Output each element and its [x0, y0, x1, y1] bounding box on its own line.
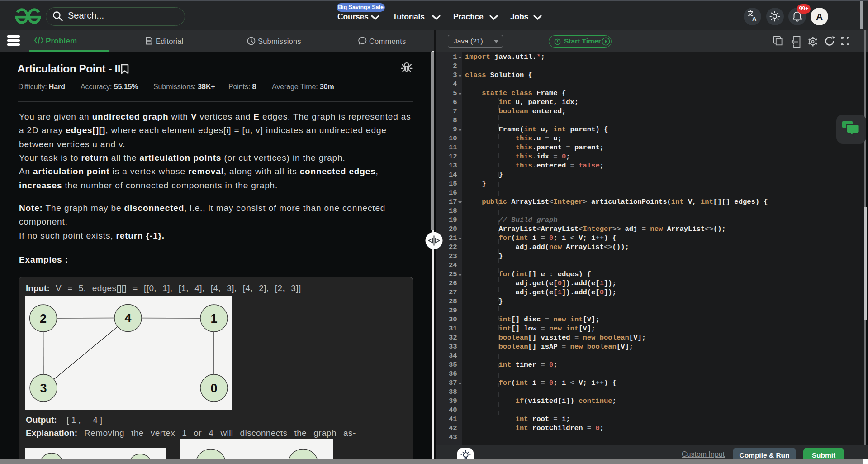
svg-text:3: 3 [40, 382, 47, 395]
svg-text:0: 0 [210, 382, 217, 395]
svg-text:2: 2 [40, 312, 47, 325]
svg-text:4: 4 [124, 311, 131, 325]
svg-text:1: 1 [210, 312, 217, 325]
svg-text:A: A [752, 15, 757, 22]
